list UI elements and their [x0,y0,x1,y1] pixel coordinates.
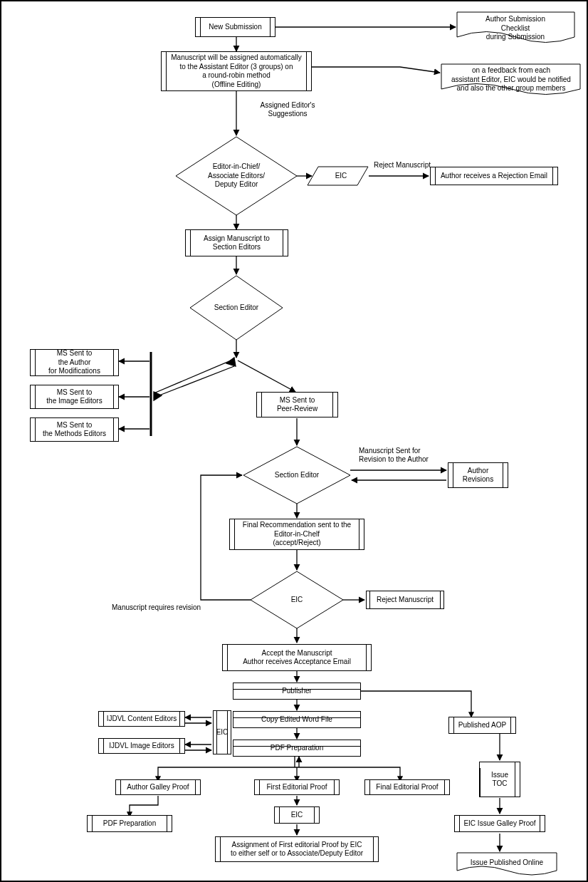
text: EIC [216,728,229,737]
text: IJDVL Image Editors [109,742,174,751]
node-final-editorial-proof: Final Editorial Proof [364,779,450,795]
text: Final Recommendation sent to the Editor-… [243,521,351,548]
text: Author Submission Checklist during Submi… [485,15,545,42]
node-checklist: Author Submission Checklist during Submi… [458,14,572,43]
node-sent-methods-editors: MS Sent to the Methods Editors [30,417,119,442]
node-ijdvl-image: IJDVL Image Editors [98,738,185,754]
label-reject-manuscript: Reject Manuscript [370,161,434,170]
text: MS Sent to the Methods Editors [43,421,106,439]
text: Author Revisions [463,467,493,484]
text: Assigned Editor's Suggestions [261,101,315,118]
text: Author receives a Rejection Email [441,172,547,181]
node-reject-manuscript-2: Reject Manuscript [366,591,444,609]
text: Reject Manuscript [377,596,434,605]
text: MS Sent to the Image Editors [46,388,102,406]
node-eic-dec: EIC [285,593,309,607]
node-final-rec: Final Recommendation sent to the Editor-… [229,519,364,550]
text: IJDVL Content Editors [107,715,177,724]
text: Manuscript will be assigned automaticall… [171,53,301,89]
label-ms-revision: Manuscript Sent for Revision to the Auth… [359,447,444,464]
node-new-submission: New Submission [195,17,275,37]
text: MS Sent to the Author for Modifications [48,349,100,376]
text: Publisher [282,687,312,696]
text: EIC [291,811,303,820]
node-reject-email: Author receives a Rejection Email [430,167,558,185]
text: First Editorial Proof [266,783,327,792]
text: Assign Manuscript to Section Editors [204,234,270,252]
node-author-galley: Author Galley Proof [115,779,201,795]
text: Manuscript requires revision [112,603,201,611]
text: Section Editor [275,471,319,480]
node-ijdvl-content: IJDVL Content Editors [98,711,185,727]
svg-line-15 [154,366,234,398]
node-section-editor-1: Section Editor [208,299,265,316]
node-assign-first-editorial: Assignment of First editorial Proof by E… [215,836,379,862]
node-feedback: on a feedback from each assistant Editor… [443,66,579,94]
text: Final Editorial Proof [376,783,438,792]
text: Issue Published Online [471,858,543,868]
node-eic-small: EIC [213,710,231,754]
node-accept: Accept the Manuscript Author receives Ac… [222,644,372,671]
text: Copy Edited Word File [261,715,332,725]
text: Reject Manuscript [374,161,431,169]
node-sent-peer: MS Sent to Peer-Review [256,392,338,417]
text: Editor-in-Chief/ Associate Editors/ Depu… [208,162,265,190]
text: Manuscript Sent for Revision to the Auth… [359,447,429,463]
text: MS Sent to Peer-Review [277,396,317,414]
text: Section Editor [214,303,258,313]
node-author-revisions: Author Revisions [448,462,508,488]
node-pdf-prep-2: PDF Preparation [87,815,172,832]
text: New Submission [209,23,261,32]
text: Author Galley Proof [127,783,189,792]
node-assign-ae: Manuscript will be assigned automaticall… [161,51,312,91]
node-pdf-prep: PDF Preparation [233,740,361,757]
node-eic-issue-galley: EIC Issue Galley Proof [454,815,545,832]
text: Accept the Manuscript Author receives Ac… [243,649,351,667]
text: EIC Issue Galley Proof [463,819,535,829]
node-assign-section: Assign Manuscript to Section Editors [185,229,288,256]
node-first-editorial-proof: First Editorial Proof [254,779,340,795]
text: EIC [291,596,303,605]
node-issue-toc: Issue TOC [479,762,520,797]
node-publisher: Publisher [233,683,361,700]
text: Issue TOC [491,771,508,789]
text: PDF Preparation [271,744,323,753]
node-sent-image-editors: MS Sent to the Image Editors [30,385,119,409]
text: EIC [335,172,347,181]
label-assigned-suggestions: Assigned Editor's Suggestions [245,101,330,118]
node-eic-proof: EIC [274,806,320,824]
node-published-aop: Published AOP [448,717,516,734]
text: on a feedback from each assistant Editor… [451,66,571,93]
node-eic-assoc-dep: Editor-in-Chief/ Associate Editors/ Depu… [194,157,279,195]
node-sent-author-mods: MS Sent to the Author for Modifications [30,349,119,376]
node-copy-edited: Copy Edited Word File [233,711,361,728]
node-issue-published: Issue Published Online [459,855,555,871]
svg-line-14 [154,359,234,393]
text: PDF Preparation [103,819,156,829]
text: Published AOP [458,721,506,730]
text: Assignment of First editorial Proof by E… [231,841,363,858]
label-requires-revision: Manuscript requires revision [112,603,211,612]
node-eic-parallelogram: EIC [323,170,359,182]
node-section-editor-2: Section Editor [268,467,325,484]
